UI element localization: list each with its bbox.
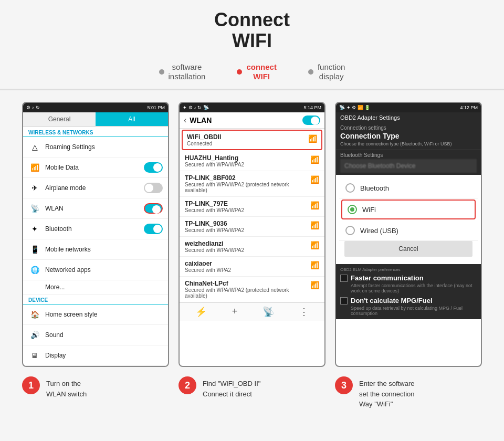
roaming-icon: △: [28, 141, 41, 153]
more-item[interactable]: More...: [23, 280, 168, 295]
bt-device-placeholder: Choose Bluetooth Device: [340, 159, 477, 173]
bottom-step-3: 3 Enter the softwareset the connectionWa…: [335, 376, 482, 410]
wifi-item-chinanet[interactable]: ChinaNet-LPcf Secured with WPA/WPA2 (pro…: [180, 277, 324, 302]
menu-item-home-screen[interactable]: 🏠 Home screen style: [23, 304, 168, 325]
phone3-obd-header: OBD2 Adapter Settings: [336, 112, 481, 123]
wifi-tplink2-name: TP-LINK_797E: [185, 200, 244, 207]
bluetooth-radio[interactable]: [345, 183, 355, 193]
tab-general[interactable]: General: [23, 112, 96, 126]
steps-navigation: softwareinstallation connectWIFI functio…: [0, 56, 504, 89]
dialog-option-wifi[interactable]: WiFi: [341, 200, 476, 219]
menu-item-display[interactable]: 🖥 Display: [23, 345, 168, 366]
home-screen-label: Home screen style: [45, 311, 163, 318]
nav-step-2-label: connectWIFI: [246, 62, 277, 81]
phone3-bottom-section: OBD2 ELM Adapter preferences Faster comm…: [336, 264, 481, 319]
phone-2: ✦ ⚙ ♪ ↻ 📡 5:14 PM ‹ WLAN WiFi_OBDII Conn…: [178, 102, 326, 367]
section-device: DEVICE: [23, 295, 168, 304]
dialog-option-bluetooth[interactable]: Bluetooth: [339, 178, 478, 198]
wlan-toggle[interactable]: [144, 203, 163, 214]
wifi-option-label: WiFi: [362, 206, 376, 214]
roaming-label: Roaming Settings: [45, 143, 163, 151]
wifi-caix-name: caixiaoer: [185, 260, 231, 267]
nav-step-1[interactable]: softwareinstallation: [159, 62, 206, 81]
menu-item-networked-apps[interactable]: 🌐 Networked apps: [23, 260, 168, 280]
menu-item-mobile-data[interactable]: 📶 Mobile Data: [23, 158, 168, 178]
no-mpg-checkbox[interactable]: [340, 297, 348, 304]
menu-item-bluetooth[interactable]: ✦ Bluetooth: [23, 219, 168, 239]
mobile-data-icon: 📶: [28, 161, 41, 174]
tab-all[interactable]: All: [96, 112, 168, 126]
mobile-networks-label: Mobile networks: [45, 246, 163, 253]
wifi-item-tplink2[interactable]: TP-LINK_797E Secured with WPA/WPA2 📶: [180, 197, 324, 217]
menu-item-airplane[interactable]: ✈ Airplane mode: [23, 178, 168, 198]
wifi-radio-dot: [350, 207, 354, 212]
phone3-bt-section: Bluetooth Settings Choose Bluetooth Devi…: [336, 150, 481, 175]
page-title: Connect: [0, 9, 504, 30]
mobile-data-toggle[interactable]: [144, 162, 163, 173]
wifi-huazhu-name: HUAZHU_Hanting: [185, 154, 244, 162]
airplane-toggle[interactable]: [144, 183, 163, 193]
phone-1: ⚙ ♪ ↻ 5:01 PM General All WIRELESS & NET…: [22, 102, 169, 367]
bottom-step-2: 2 Find "WiFi_OBD II"Connect it direct: [178, 376, 326, 410]
phone1-time: 5:01 PM: [147, 105, 165, 110]
add-icon[interactable]: +: [232, 306, 238, 318]
phone1-tabs: General All: [23, 112, 168, 127]
wifi-obdii-name: WiFi_OBDII: [187, 133, 221, 141]
obd2-prefs-label: OBD2 ELM Adapter preferences: [340, 267, 477, 272]
connection-type-header: Connection Type: [340, 132, 477, 140]
airplane-icon: ✈: [28, 182, 41, 194]
scan-icon[interactable]: 📡: [262, 306, 274, 318]
menu-item-wlan[interactable]: 📡 WLAN: [23, 198, 168, 219]
wlan-title: WLAN: [190, 116, 299, 124]
wifi-tplink3-name: TP-LINK_9036: [185, 220, 244, 227]
wifi-radio[interactable]: [348, 205, 357, 214]
nav-step-2[interactable]: connectWIFI: [237, 62, 277, 81]
nav-step-3[interactable]: functiondisplay: [308, 62, 345, 81]
wifi-item-caixiaoer[interactable]: caixiaoer Secured with WPA2 📶: [180, 257, 324, 277]
wifi-item-tplink1[interactable]: TP-LINK_8BF002 Secured with WPA/WPA2 (pr…: [180, 171, 324, 197]
wlan-list-toggle[interactable]: [302, 116, 320, 125]
no-mpg-title: Don't calculate MPG/Fuel: [351, 297, 477, 304]
wifi-item-huazhu[interactable]: HUAZHU_Hanting Secured with WPA/WPA2 📶: [180, 151, 324, 171]
wifi-obdii-signal: 📶: [308, 134, 317, 143]
more-icon[interactable]: ⋮: [299, 306, 309, 318]
bluetooth-label: Bluetooth: [45, 225, 140, 233]
menu-item-sound[interactable]: 🔊 Sound: [23, 325, 168, 345]
dialog-option-usb[interactable]: Wired (USB): [339, 220, 478, 241]
faster-comm-title: Faster communication: [351, 274, 477, 282]
no-mpg-desc: Speed up data retrieval by not calculati…: [351, 306, 477, 316]
refresh-icon[interactable]: ⚡: [195, 306, 207, 318]
airplane-label: Airplane mode: [45, 184, 140, 192]
bluetooth-toggle[interactable]: [144, 224, 163, 234]
wifi-tplink2-status: Secured with WPA/WPA2: [185, 207, 244, 213]
wifi-item-obdii[interactable]: WiFi_OBDII Connected 📶: [182, 130, 322, 150]
wifi-item-tplink3[interactable]: TP-LINK_9036 Secured with WPA/WPA2 📶: [180, 217, 324, 237]
display-label: Display: [45, 352, 163, 359]
phone3-obd-title: OBD2 Adapter Settings: [340, 114, 400, 121]
faster-comm-desc: Attempt faster communications with the i…: [351, 283, 477, 293]
mobile-networks-icon: 📱: [28, 243, 41, 256]
main-content: ⚙ ♪ ↻ 5:01 PM General All WIRELESS & NET…: [0, 90, 504, 367]
back-arrow-icon[interactable]: ‹: [184, 116, 186, 125]
wlan-label: WLAN: [45, 205, 140, 212]
faster-comm-checkbox[interactable]: [340, 275, 348, 282]
usb-radio[interactable]: [345, 226, 355, 235]
menu-item-roaming[interactable]: △ Roaming Settings: [23, 137, 168, 158]
bottom-step-1: 1 Turn on theWLAN switch: [22, 376, 169, 410]
wifi-tplink1-name: TP-LINK_8BF002: [185, 174, 310, 182]
menu-item-mobile-networks[interactable]: 📱 Mobile networks: [23, 239, 168, 260]
wifi-huazhu-status: Secured with WPA/WPA2: [185, 162, 244, 167]
phone1-icons-left: ⚙ ♪ ↻: [26, 105, 40, 110]
page-header: Connect WIFI: [0, 0, 504, 56]
wifi-item-weizhe[interactable]: weizhedianzi Secured with WPA/WPA2 📶: [180, 237, 324, 257]
wifi-china-status: Secured with WPA/WPA2 (protected network…: [185, 287, 310, 299]
display-icon: 🖥: [28, 349, 41, 362]
phone3-time: 4:12 PM: [460, 105, 478, 110]
step-dot-2: [237, 69, 242, 75]
networked-apps-icon: 🌐: [28, 264, 41, 276]
cancel-button[interactable]: Cancel: [344, 241, 472, 257]
step-number-2: 2: [178, 376, 196, 394]
wlan-icon: 📡: [28, 202, 41, 215]
wifi-tplink1-status: Secured with WPA/WPA2 (protected network…: [185, 182, 310, 193]
home-screen-icon: 🏠: [28, 308, 41, 321]
